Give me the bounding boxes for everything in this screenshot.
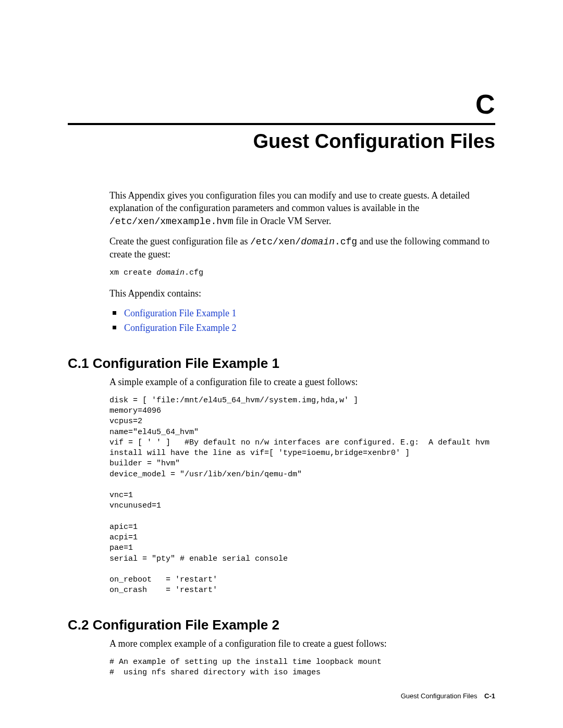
section-c1-lead: A simple example of a configuration file…	[109, 376, 495, 388]
cmd-post: .cfg	[185, 268, 203, 277]
intro-paragraph-1: This Appendix gives you configuration fi…	[109, 189, 495, 228]
toc-item: Configuration File Example 2	[109, 322, 495, 334]
toc-link-example-1[interactable]: Configuration File Example 1	[124, 308, 236, 318]
section-c2-body: A more complex example of a configuratio…	[109, 637, 495, 678]
code-example-2: # An example of setting up the install t…	[109, 657, 495, 678]
page-title: Guest Configuration Files	[68, 130, 495, 153]
footer-title: Guest Configuration Files	[401, 692, 478, 700]
section-c1-body: A simple example of a configuration file…	[109, 376, 495, 596]
contains-label: This Appendix contains:	[109, 287, 495, 300]
cmd-domain: domain	[156, 268, 185, 277]
intro-p1-post: file in Oracle VM Server.	[234, 216, 332, 226]
intro-paragraph-2: Create the guest configuration file as /…	[109, 235, 495, 261]
section-heading-c2: C.2 Configuration File Example 2	[68, 617, 495, 633]
intro-p2-pre: Create the guest configuration file as	[109, 236, 250, 246]
toc-list: Configuration File Example 1 Configurati…	[109, 307, 495, 335]
intro-p2-path-b: .cfg	[335, 237, 357, 247]
toc-item: Configuration File Example 1	[109, 307, 495, 319]
intro-p1-pre: This Appendix gives you configuration fi…	[109, 190, 470, 213]
intro-p2-path-a: /etc/xen/	[250, 237, 301, 247]
header-rule	[68, 123, 495, 125]
page: C Guest Configuration Files This Appendi…	[0, 0, 563, 728]
intro-p1-path: /etc/xen/xmexample.hvm	[109, 216, 234, 227]
intro-block: This Appendix gives you configuration fi…	[109, 189, 495, 335]
create-command: xm create domain.cfg	[109, 268, 495, 278]
page-footer: Guest Configuration Files C-1	[401, 692, 495, 700]
footer-page-number: C-1	[484, 692, 495, 700]
appendix-letter: C	[68, 89, 495, 120]
section-heading-c1: C.1 Configuration File Example 1	[68, 355, 495, 372]
cmd-pre: xm create	[109, 268, 156, 277]
intro-p2-domain: domain	[301, 237, 335, 247]
code-example-1: disk = [ 'file:/mnt/el4u5_64_hvm//system…	[109, 396, 495, 596]
section-c2-lead: A more complex example of a configuratio…	[109, 637, 495, 650]
toc-link-example-2[interactable]: Configuration File Example 2	[124, 323, 236, 333]
